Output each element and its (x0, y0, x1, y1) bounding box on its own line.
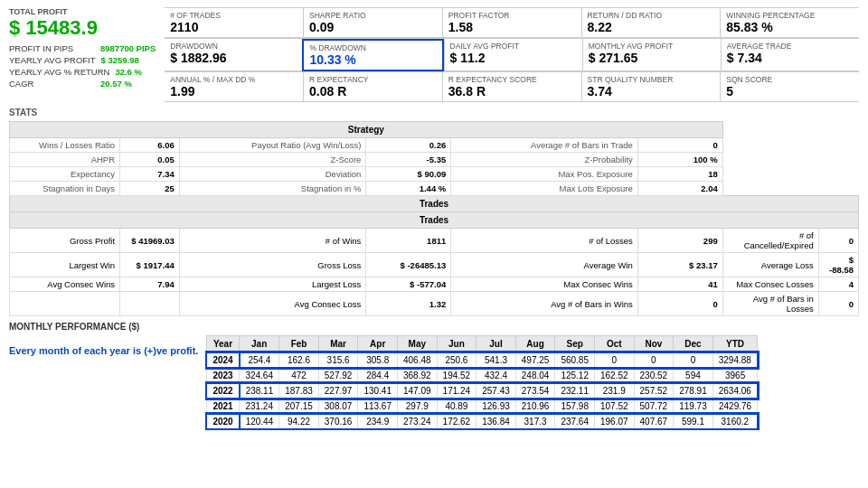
metric-cell: STR QUALITY NUMBER 3.74 (581, 72, 721, 102)
trades-section-header: Trades (10, 212, 859, 229)
annotation-text: Every month of each year is (+)ve profit… (9, 335, 198, 358)
metric-cell: MONTHLY AVG PROFIT $ 271.65 (582, 39, 721, 71)
metric-cell: R EXPECTANCY SCORE 36.8 R (442, 72, 581, 102)
metric-cell: SQN SCORE 5 (720, 72, 859, 102)
stats-label: STATS (9, 108, 859, 117)
monthly-row: 2022238.11187.83227.97130.41147.09171.24… (206, 383, 758, 399)
monthly-header-cell: May (398, 336, 438, 353)
metric-cell: DRAWDOWN $ 1882.96 (165, 39, 302, 71)
yearly-avg-return-value: 32.6 % (115, 67, 142, 77)
monthly-header-cell: Dec (674, 336, 713, 353)
monthly-header-cell: YTD (712, 336, 758, 353)
monthly-header-cell: Feb (279, 336, 319, 353)
monthly-row: 2023324.64472527.92284.4368.92194.52432.… (206, 368, 758, 383)
table-row: Stagnation in Days 25 Stagnation in % 1.… (10, 182, 859, 196)
monthly-header-cell: Oct (594, 336, 634, 353)
table-row: Avg Consec Wins7.94Largest Loss$ -577.04… (10, 277, 859, 292)
yearly-avg-return-label: YEARLY AVG % RETURN (9, 67, 109, 77)
strategy-trades-table: Strategy Wins / Losses Ratio 6.06 Payout… (9, 121, 859, 316)
monthly-header-cell: Jul (476, 336, 516, 353)
monthly-row: 2020120.4494.22370.16234.9273.24172.6213… (206, 414, 758, 429)
table-row: Gross Profit$ 41969.03# of Wins1811# of … (10, 229, 859, 253)
monthly-header-cell: Sep (555, 336, 595, 353)
monthly-header-cell: Aug (515, 336, 555, 353)
metric-cell: PROFIT FACTOR 1.58 (442, 8, 581, 38)
monthly-table: YearJanFebMarAprMayJunJulAugSepOctNovDec… (205, 335, 759, 430)
trades-header: Trades (10, 196, 859, 212)
monthly-header-cell: Apr (358, 336, 398, 353)
metric-cell: R EXPECTANCY 0.08 R (303, 72, 442, 102)
metric-cell: AVERAGE TRADE $ 7.34 (721, 39, 859, 71)
table-row: Wins / Losses Ratio 6.06 Payout Ratio (A… (10, 138, 859, 153)
strategy-header: Strategy (10, 122, 723, 138)
metric-cell: # OF TRADES 2110 (165, 8, 303, 38)
total-profit-label: TOTAL PROFIT (9, 7, 156, 16)
metric-cell: SHARPE RATIO 0.09 (303, 8, 442, 38)
total-profit-value: $ 15483.9 (9, 16, 156, 40)
monthly-row: 2024254.4162.6315.6305.8406.48250.6541.3… (206, 352, 758, 368)
monthly-header-cell: Mar (318, 336, 358, 353)
metric-cell: ANNUAL % / MAX DD % 1.99 (165, 72, 303, 102)
metric-cell: RETURN / DD RATIO 8.22 (581, 8, 721, 38)
profit-pips-label: PROFIT IN PIPS (9, 43, 95, 53)
cagr-label: CAGR (9, 79, 95, 89)
table-row: Avg Consec Loss1.32Avg # of Bars in Wins… (10, 292, 859, 316)
monthly-row: 2021231.24207.15308.07113.67297.940.8912… (206, 399, 758, 414)
yearly-avg-profit-label: YEARLY AVG PROFIT (9, 55, 96, 65)
monthly-header-cell: Jun (437, 336, 476, 353)
table-row: AHPR 0.05 Z-Score -5.35 Z-Probability 10… (10, 153, 859, 167)
monthly-header-cell: Jan (240, 336, 279, 353)
monthly-header-cell: Nov (634, 336, 674, 353)
monthly-header-cell: Year (206, 336, 239, 353)
monthly-label: MONTHLY PERFORMANCE ($) (9, 322, 859, 332)
table-row: Largest Win$ 1917.44Gross Loss$ -26485.1… (10, 253, 859, 277)
cagr-value: 20.57 % (100, 79, 132, 89)
profit-pips-value: 8987700 PIPS (100, 43, 156, 53)
metric-cell: DAILY AVG PROFIT $ 11.2 (444, 39, 582, 71)
table-row: Expectancy 7.34 Deviation $ 90.09 Max Po… (10, 167, 859, 182)
metric-cell: WINNING PERCENTAGE 85.83 % (720, 8, 859, 38)
metric-cell: % DRAWDOWN 10.33 % (302, 39, 443, 71)
yearly-avg-profit-value: $ 3259.98 (101, 55, 139, 65)
metrics-grid: # OF TRADES 2110 SHARPE RATIO 0.09 PROFI… (165, 7, 859, 102)
